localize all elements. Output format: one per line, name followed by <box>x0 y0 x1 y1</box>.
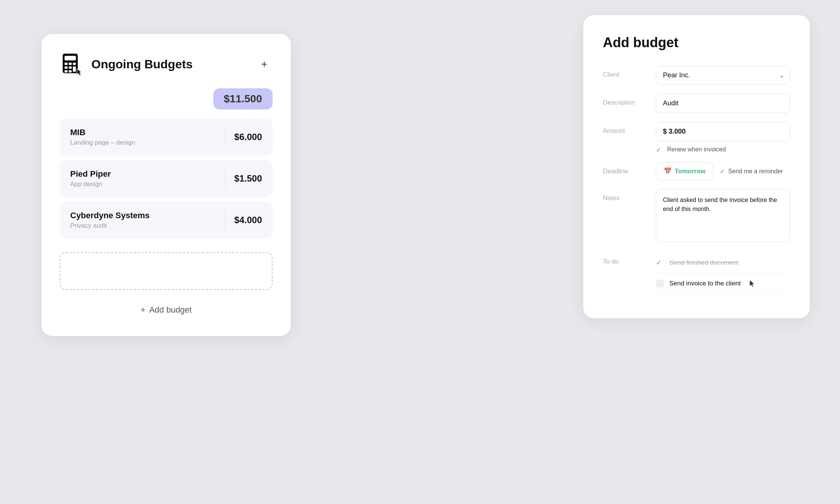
todo-section: ✓ Send finished document Send invoice to… <box>656 253 790 294</box>
description-row: Description <box>603 94 790 113</box>
svg-rect-4 <box>73 63 76 65</box>
todo-check-undone-box <box>656 279 664 288</box>
budget-item-desc: Landing page – design <box>70 139 135 146</box>
budget-item-amount: $6.000 <box>234 132 262 142</box>
ongoing-budgets-card: Ongoing Budgets + $11.500 MIB Landing pa… <box>42 34 291 336</box>
ongoing-header: Ongoing Budgets + <box>60 52 273 76</box>
calculator-icon <box>60 52 84 76</box>
add-budget-plus-button[interactable]: + <box>256 56 273 72</box>
todo-label: To do <box>603 253 656 265</box>
svg-rect-5 <box>65 66 68 69</box>
budget-item-mib[interactable]: MIB Landing page – design $6.000 <box>60 119 273 156</box>
calendar-icon: 📅 <box>664 167 672 175</box>
budget-item-amount: $4.000 <box>234 215 262 225</box>
deadline-button[interactable]: 📅 Tomorrow <box>656 162 714 180</box>
add-budget-button[interactable]: + Add budget <box>60 302 273 318</box>
svg-marker-10 <box>77 69 82 76</box>
add-budget-panel: Add budget Client Pear Inc. ⌄ Descriptio… <box>583 15 810 318</box>
budget-item-left: Pied Piper App design <box>70 169 111 188</box>
notes-label: Notes <box>603 189 656 202</box>
deadline-field: 📅 Tomorrow ✓ Send me a reminder <box>656 162 790 180</box>
cursor-icon <box>749 279 756 288</box>
svg-rect-8 <box>65 70 68 72</box>
budget-item-right: $6.000 <box>216 128 262 146</box>
svg-rect-2 <box>65 63 68 65</box>
budget-item-left: MIB Landing page – design <box>70 128 135 146</box>
amount-label: Amount <box>603 122 656 135</box>
deadline-value: Tomorrow <box>675 168 706 175</box>
budget-item-divider <box>225 211 225 229</box>
total-budget-badge: $11.500 <box>213 88 273 109</box>
ongoing-budgets-title: Ongoing Budgets <box>91 57 193 71</box>
budget-item-amount: $1.500 <box>234 173 262 184</box>
budget-item-divider <box>225 170 225 188</box>
budget-item-divider <box>225 128 225 146</box>
budget-item-name: Pied Piper <box>70 169 111 179</box>
budget-item-pied-piper[interactable]: Pied Piper App design $1.500 <box>60 160 273 197</box>
svg-rect-9 <box>69 70 72 72</box>
notes-field: Client asked to send the invoice before … <box>656 189 790 244</box>
todo-list: ✓ Send finished document Send invoice to… <box>656 253 790 294</box>
todo-item-done[interactable]: ✓ Send finished document <box>656 253 790 273</box>
renew-row: ✓ Renew when invoiced <box>656 146 790 153</box>
deadline-row: Deadline 📅 Tomorrow ✓ Send me a reminder <box>603 162 790 180</box>
budget-item-right: $1.500 <box>216 170 262 188</box>
reminder-check-icon: ✓ <box>720 167 725 176</box>
svg-rect-3 <box>69 63 72 65</box>
reminder-row: ✓ Send me a reminder <box>720 167 783 176</box>
amount-input[interactable] <box>656 122 790 141</box>
amount-row: Amount ✓ Renew when invoiced <box>603 122 790 153</box>
budget-item-desc: App design <box>70 180 111 188</box>
add-budget-plus-icon: + <box>140 305 145 315</box>
amount-field: ✓ Renew when invoiced <box>656 122 790 153</box>
budget-item-right: $4.000 <box>216 211 262 229</box>
budget-item-left: Cyberdyne Systems Privacy audit <box>70 211 150 230</box>
deadline-controls: 📅 Tomorrow ✓ Send me a reminder <box>656 162 790 180</box>
todo-check-done-icon: ✓ <box>656 259 664 267</box>
description-field <box>656 94 790 113</box>
reminder-label: Send me a reminder <box>728 168 783 175</box>
todo-row: To do ✓ Send finished document Send invo… <box>603 253 790 294</box>
add-budget-label: Add budget <box>149 305 192 315</box>
svg-rect-1 <box>65 56 76 60</box>
budget-item-desc: Privacy audit <box>70 222 150 230</box>
notes-row: Notes Client asked to send the invoice b… <box>603 189 790 244</box>
client-row: Client Pear Inc. ⌄ <box>603 66 790 85</box>
budget-item-name: Cyberdyne Systems <box>70 211 150 220</box>
todo-text-undone: Send invoice to the client <box>669 280 741 287</box>
budget-list: MIB Landing page – design $6.000 Pied Pi… <box>60 119 273 243</box>
client-field: Pear Inc. ⌄ <box>656 66 790 85</box>
todo-item-undone[interactable]: Send invoice to the client <box>656 273 790 294</box>
description-label: Description <box>603 94 656 106</box>
client-label: Client <box>603 66 656 79</box>
renew-label: Renew when invoiced <box>667 146 726 153</box>
todo-text-done: Send finished document <box>669 259 738 267</box>
deadline-label: Deadline <box>603 162 656 175</box>
budget-item-name: MIB <box>70 128 135 137</box>
budget-item-cyberdyne[interactable]: Cyberdyne Systems Privacy audit $4.000 <box>60 202 273 239</box>
svg-rect-6 <box>69 66 72 69</box>
add-budget-dashed-area[interactable] <box>60 252 273 290</box>
renew-check-icon: ✓ <box>656 146 663 153</box>
notes-textarea[interactable]: Client asked to send the invoice before … <box>656 189 790 242</box>
client-select-wrapper[interactable]: Pear Inc. ⌄ <box>656 66 790 85</box>
description-input[interactable] <box>656 94 790 113</box>
panel-title: Add budget <box>603 35 790 51</box>
ongoing-header-left: Ongoing Budgets <box>60 52 193 76</box>
client-select[interactable]: Pear Inc. <box>656 66 790 85</box>
svg-rect-7 <box>73 66 76 72</box>
